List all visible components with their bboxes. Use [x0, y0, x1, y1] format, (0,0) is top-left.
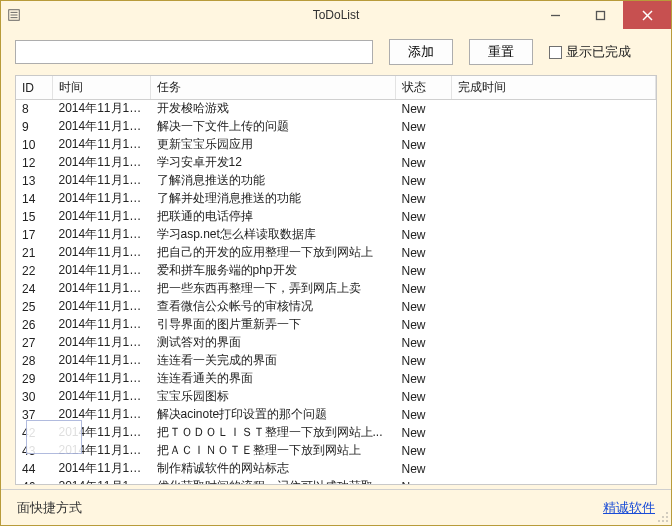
titlebar-left: [1, 8, 21, 22]
col-status[interactable]: 状态: [395, 76, 451, 100]
table-row[interactable]: 462014年11月19日优化获取时间的流程，记住可以成功获取...New: [16, 478, 656, 485]
table-row[interactable]: 152014年11月18日把联通的电话停掉New: [16, 208, 656, 226]
cell-done: [451, 208, 656, 226]
cell-time: 2014年11月19日: [52, 478, 150, 485]
cell-status: New: [395, 190, 451, 208]
resize-grip[interactable]: [655, 509, 669, 523]
cell-time: 2014年11月18日: [52, 136, 150, 154]
cell-task: 把自己的开发的应用整理一下放到网站上: [150, 244, 395, 262]
minimize-button[interactable]: [533, 1, 578, 29]
grid-header: ID 时间 任务 状态 完成时间: [16, 76, 656, 100]
cell-task: 把ＡＣＩＮＯＴＥ整理一下放到网站上: [150, 442, 395, 460]
cell-task: 学习安卓开发12: [150, 154, 395, 172]
table-row[interactable]: 372014年11月19日解决acinote打印设置的那个问题New: [16, 406, 656, 424]
cell-status: New: [395, 298, 451, 316]
table-row[interactable]: 242014年11月18日把一些东西再整理一下，弄到网店上卖New: [16, 280, 656, 298]
cell-id: 29: [16, 370, 52, 388]
cell-id: 22: [16, 262, 52, 280]
cell-id: 30: [16, 388, 52, 406]
svg-rect-5: [597, 11, 605, 19]
cell-status: New: [395, 316, 451, 334]
cell-done: [451, 244, 656, 262]
cell-status: New: [395, 442, 451, 460]
table-row[interactable]: 222014年11月18日爱和拼车服务端的php开发New: [16, 262, 656, 280]
svg-point-9: [662, 516, 664, 518]
cell-done: [451, 154, 656, 172]
add-button[interactable]: 添加: [389, 39, 453, 65]
app-window: ToDoList 添加 重置 显示已完成: [0, 0, 672, 526]
table-row[interactable]: 442014年11月19日制作精诚软件的网站标志New: [16, 460, 656, 478]
cell-id: 25: [16, 298, 52, 316]
cell-id: 10: [16, 136, 52, 154]
cell-time: 2014年11月18日: [52, 190, 150, 208]
cell-id: 14: [16, 190, 52, 208]
table-row[interactable]: 92014年11月18日解决一下文件上传的问题New: [16, 118, 656, 136]
cell-done: [451, 118, 656, 136]
cell-task: 宝宝乐园图标: [150, 388, 395, 406]
svg-point-12: [662, 520, 664, 522]
table-row[interactable]: 292014年11月18日连连看通关的界面New: [16, 370, 656, 388]
cell-status: New: [395, 244, 451, 262]
col-time[interactable]: 时间: [52, 76, 150, 100]
cell-status: New: [395, 370, 451, 388]
cell-id: 9: [16, 118, 52, 136]
toolbar: 添加 重置 显示已完成: [1, 29, 671, 75]
cell-done: [451, 298, 656, 316]
cell-task: 解决acinote打印设置的那个问题: [150, 406, 395, 424]
footer: 面快捷方式 精诚软件: [1, 489, 671, 525]
cell-time: 2014年11月18日: [52, 334, 150, 352]
cell-id: 21: [16, 244, 52, 262]
table-row[interactable]: 142014年11月18日 了解并处理消息推送的功能New: [16, 190, 656, 208]
cell-status: New: [395, 262, 451, 280]
cell-status: New: [395, 226, 451, 244]
table-row[interactable]: 432014年11月19日把ＡＣＩＮＯＴＥ整理一下放到网站上New: [16, 442, 656, 460]
table-row[interactable]: 262014年11月18日引导界面的图片重新弄一下New: [16, 316, 656, 334]
cell-time: 2014年11月18日: [52, 298, 150, 316]
cell-done: [451, 478, 656, 485]
cell-id: 44: [16, 460, 52, 478]
svg-point-10: [666, 516, 668, 518]
table-row[interactable]: 302014年11月18日宝宝乐园图标New: [16, 388, 656, 406]
cell-task: 了解并处理消息推送的功能: [150, 190, 395, 208]
cell-task: 制作精诚软件的网站标志: [150, 460, 395, 478]
cell-task: 解决一下文件上传的问题: [150, 118, 395, 136]
cell-status: New: [395, 154, 451, 172]
cell-time: 2014年11月19日: [52, 460, 150, 478]
col-id[interactable]: ID: [16, 76, 52, 100]
reset-button[interactable]: 重置: [469, 39, 533, 65]
table-row[interactable]: 252014年11月18日查看微信公众帐号的审核情况New: [16, 298, 656, 316]
table-row[interactable]: 272014年11月18日测试答对的界面New: [16, 334, 656, 352]
grid-scroll[interactable]: ID 时间 任务 状态 完成时间 82014年11月18日开发梭哈游戏New92…: [16, 76, 656, 484]
cell-done: [451, 136, 656, 154]
task-input[interactable]: [15, 40, 373, 64]
col-done-time[interactable]: 完成时间: [451, 76, 656, 100]
table-row[interactable]: 282014年11月18日连连看一关完成的界面New: [16, 352, 656, 370]
cell-time: 2014年11月18日: [52, 316, 150, 334]
maximize-button[interactable]: [578, 1, 623, 29]
table-row[interactable]: 122014年11月18日学习安卓开发12New: [16, 154, 656, 172]
cell-task: 连连看一关完成的界面: [150, 352, 395, 370]
cell-status: New: [395, 334, 451, 352]
cell-status: New: [395, 478, 451, 485]
table-row[interactable]: 422014年11月19日把ＴＯＤＯＬＩＳＴ整理一下放到网站上...New: [16, 424, 656, 442]
table-row[interactable]: 102014年11月18日更新宝宝乐园应用New: [16, 136, 656, 154]
table-row[interactable]: 82014年11月18日开发梭哈游戏New: [16, 100, 656, 118]
cell-time: 2014年11月18日: [52, 154, 150, 172]
table-row[interactable]: 132014年11月18日了解消息推送的功能New: [16, 172, 656, 190]
cell-status: New: [395, 406, 451, 424]
show-completed-label: 显示已完成: [566, 43, 631, 61]
svg-point-8: [666, 512, 668, 514]
cell-id: 28: [16, 352, 52, 370]
close-button[interactable]: [623, 1, 671, 29]
cell-time: 2014年11月18日: [52, 280, 150, 298]
cell-time: 2014年11月18日: [52, 100, 150, 118]
table-row[interactable]: 212014年11月18日把自己的开发的应用整理一下放到网站上New: [16, 244, 656, 262]
col-task[interactable]: 任务: [150, 76, 395, 100]
cell-task: 把ＴＯＤＯＬＩＳＴ整理一下放到网站上...: [150, 424, 395, 442]
task-grid: ID 时间 任务 状态 完成时间 82014年11月18日开发梭哈游戏New92…: [15, 75, 657, 485]
show-completed-checkbox[interactable]: 显示已完成: [549, 43, 631, 61]
cell-done: [451, 460, 656, 478]
cell-time: 2014年11月18日: [52, 118, 150, 136]
footer-link[interactable]: 精诚软件: [603, 499, 655, 517]
table-row[interactable]: 172014年11月18日学习asp.net怎么样读取数据库New: [16, 226, 656, 244]
